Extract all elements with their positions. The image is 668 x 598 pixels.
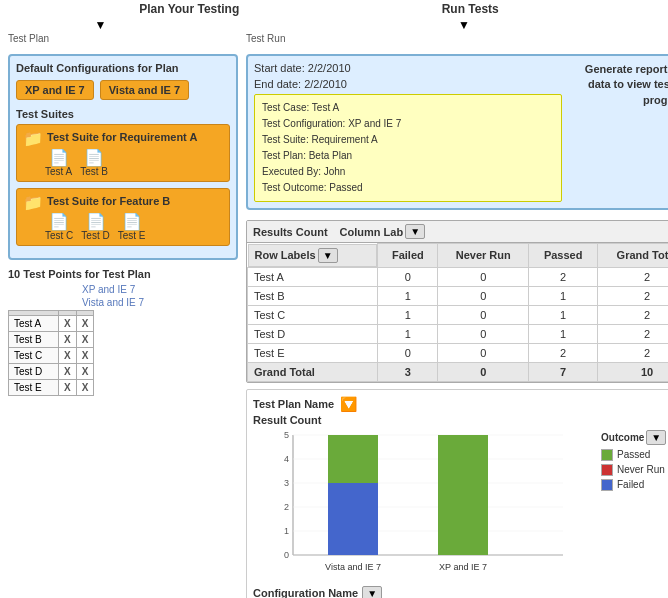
- legend-title: Outcome ▼: [601, 430, 668, 445]
- chart-title-bar: Test Plan Name 🔽: [253, 396, 668, 412]
- run-info: Start date: 2/2/2010 End date: 2/2/2010 …: [254, 62, 562, 202]
- chart-canvas: 0 1 2 3 4 5: [253, 430, 593, 582]
- svg-text:Vista and IE 7: Vista and IE 7: [325, 562, 381, 572]
- results-section: Results Count Column Lab ▼ Row Labels ▼: [246, 220, 668, 383]
- bar-chart-svg: 0 1 2 3 4 5: [253, 430, 593, 580]
- tp-label-xp: XP and IE 7: [82, 284, 135, 295]
- doc-icon-c: 📄: [49, 214, 69, 230]
- config-name-bar: Configuration Name ▼: [253, 586, 668, 599]
- plan-box-title: Default Configurations for Plan: [16, 62, 230, 74]
- chart-legend: Outcome ▼ Passed Never Run: [601, 430, 668, 494]
- run-header: Run Tests: [442, 2, 499, 16]
- plan-down-arrow: ▼: [95, 18, 107, 32]
- tooltip-test-config: Test Configuration: XP and IE 7: [262, 116, 554, 132]
- run-end-date: End date: 2/2/2010: [254, 78, 562, 90]
- test-item-c: 📄 Test C: [45, 214, 73, 241]
- tooltip-box: Test Case: Test A Test Configuration: XP…: [254, 94, 562, 202]
- filter-icon[interactable]: 🔽: [340, 396, 357, 412]
- bar-vista-failed: [328, 483, 378, 555]
- tooltip-test-suite: Test Suite: Requirement A: [262, 132, 554, 148]
- legend-dropdown[interactable]: ▼: [646, 430, 666, 445]
- svg-text:4: 4: [284, 454, 289, 464]
- suite-feature-b: 📁 Test Suite for Feature B 📄 Test C 📄 Te…: [16, 188, 230, 246]
- config-btn-vista[interactable]: Vista and IE 7: [100, 80, 189, 100]
- run-tests-box: Start date: 2/2/2010 End date: 2/2/2010 …: [246, 54, 668, 210]
- folder-icon-a: 📁: [23, 129, 43, 148]
- results-table: Row Labels ▼ Failed Never Run Passed Gra…: [247, 243, 668, 382]
- svg-text:3: 3: [284, 478, 289, 488]
- svg-text:2: 2: [284, 502, 289, 512]
- results-header: Results Count Column Lab ▼: [247, 221, 668, 243]
- chart-title: Test Plan Name: [253, 398, 334, 410]
- bar-vista-passed: [328, 435, 378, 483]
- col-lab-text: Column Lab: [340, 226, 404, 238]
- results-count-label: Results Count: [253, 226, 328, 238]
- test-item-b: 📄 Test B: [80, 150, 108, 177]
- svg-text:XP and IE 7: XP and IE 7: [439, 562, 487, 572]
- svg-text:5: 5: [284, 430, 289, 440]
- doc-icon-b: 📄: [84, 150, 104, 166]
- x-axis-label: Configuration Name: [253, 587, 358, 598]
- test-item-a: 📄 Test A: [45, 150, 72, 177]
- test-points-table: Test AXXTest BXXTest CXXTest DXXTest EXX: [8, 310, 94, 396]
- svg-text:1: 1: [284, 526, 289, 536]
- test-points-title: 10 Test Points for Test Plan: [8, 268, 238, 280]
- col-lab-dropdown[interactable]: ▼: [405, 224, 425, 239]
- test-plan-label: Test Plan: [8, 33, 49, 44]
- suite-header-b: Test Suite for Feature B: [47, 195, 170, 207]
- legend-color-passed: [601, 449, 613, 461]
- plan-box: Default Configurations for Plan XP and I…: [8, 54, 238, 260]
- legend-failed: Failed: [601, 479, 668, 491]
- legend-never-run: Never Run: [601, 464, 668, 476]
- row-labels-dropdown[interactable]: ▼: [318, 248, 338, 263]
- suite-requirement-a: 📁 Test Suite for Requirement A 📄 Test A …: [16, 124, 230, 182]
- doc-icon-a: 📄: [49, 150, 69, 166]
- bar-xp-passed: [438, 435, 488, 555]
- doc-icon-e: 📄: [122, 214, 142, 230]
- test-points-section: 10 Test Points for Test Plan XP and IE 7…: [8, 268, 238, 396]
- chart-section: Test Plan Name 🔽 Result Count: [246, 389, 668, 599]
- doc-icon-d: 📄: [86, 214, 106, 230]
- config-btn-xp[interactable]: XP and IE 7: [16, 80, 94, 100]
- legend-color-never-run: [601, 464, 613, 476]
- test-run-label: Test Run: [246, 33, 285, 44]
- plan-header: Plan Your Testing: [139, 2, 239, 16]
- suite-b-tests: 📄 Test C 📄 Test D 📄 Test E: [45, 214, 223, 241]
- suite-header-a: Test Suite for Requirement A: [47, 131, 197, 143]
- run-down-arrow: ▼: [458, 18, 470, 32]
- col-lab: Column Lab ▼: [340, 224, 425, 239]
- config-name-dropdown[interactable]: ▼: [362, 586, 382, 599]
- generate-text: Generate reports on data to view testing…: [570, 62, 668, 108]
- folder-icon-b: 📁: [23, 193, 43, 212]
- chart-y-label: Result Count: [253, 414, 668, 426]
- test-item-d: 📄 Test D: [81, 214, 109, 241]
- legend-passed: Passed: [601, 449, 668, 461]
- tooltip-test-outcome: Test Outcome: Passed: [262, 180, 554, 196]
- svg-text:0: 0: [284, 550, 289, 560]
- tooltip-test-plan: Test Plan: Beta Plan: [262, 148, 554, 164]
- chart-area: 0 1 2 3 4 5: [253, 430, 668, 582]
- tp-label-vista: Vista and IE 7: [82, 297, 144, 308]
- run-start-date: Start date: 2/2/2010: [254, 62, 562, 74]
- config-buttons: XP and IE 7 Vista and IE 7: [16, 80, 230, 100]
- suite-a-tests: 📄 Test A 📄 Test B: [45, 150, 223, 177]
- test-item-e: 📄 Test E: [118, 214, 146, 241]
- tooltip-test-case: Test Case: Test A: [262, 100, 554, 116]
- tooltip-executed-by: Executed By: John: [262, 164, 554, 180]
- suites-title: Test Suites: [16, 108, 230, 120]
- legend-color-failed: [601, 479, 613, 491]
